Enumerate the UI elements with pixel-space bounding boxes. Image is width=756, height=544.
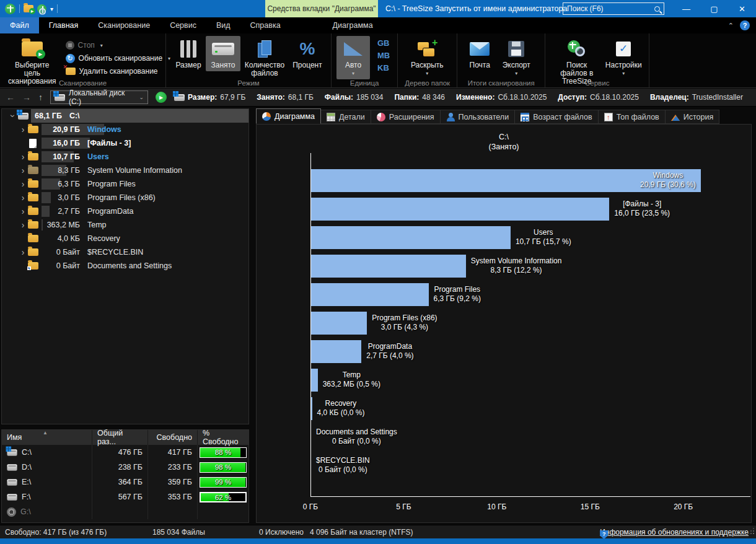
tree-row[interactable]: ›2,7 ГБProgramData <box>2 204 248 218</box>
drive-row[interactable]: G:\ <box>2 504 248 519</box>
view-tab-Возраст файлов[interactable]: Возраст файлов <box>515 110 598 124</box>
mode-size-button[interactable]: Размер <box>171 36 206 71</box>
options-button[interactable]: Настройки ▾ <box>603 36 644 79</box>
chart-bar[interactable] <box>311 198 609 221</box>
view-tab-Топ файлов[interactable]: Топ файлов <box>599 110 666 124</box>
header-name[interactable]: Имя▲ <box>2 430 92 445</box>
unit-auto-button[interactable]: Авто ▾ <box>336 36 370 79</box>
drive-row[interactable]: D:\238 ГБ233 ГБ98 % <box>2 460 248 475</box>
minimize-button[interactable]: — <box>672 0 700 17</box>
unit-gb-button[interactable]: GB <box>375 37 392 49</box>
expand-chevron-icon[interactable]: › <box>18 179 28 189</box>
drive-total-size <box>92 504 148 519</box>
tab-tools[interactable]: Сервис <box>160 17 206 33</box>
tree-row[interactable]: ›8,3 ГБSystem Volume Information <box>2 164 248 177</box>
view-tab-Расширения[interactable]: Расширения <box>371 110 441 124</box>
tree-row[interactable]: ›3,0 ГБProgram Files (x86) <box>2 191 248 204</box>
drive-row[interactable]: F:\567 ГБ353 ГБ62 % <box>2 489 248 504</box>
refresh-scan-button[interactable]: ↻ Обновить сканирование ▾ <box>66 53 170 64</box>
unit-kb-button[interactable]: KB <box>375 62 392 74</box>
up-arrow-icon[interactable]: ↑ <box>38 92 43 102</box>
header-total-size[interactable]: Общий раз... <box>92 430 148 445</box>
help-icon[interactable]: ? <box>740 20 750 30</box>
top-files-icon <box>604 113 613 121</box>
tab-scan[interactable]: Сканирование <box>88 17 160 33</box>
bar-value: 2,7 ГБ (4,0 %) <box>366 351 413 361</box>
bar-label: Program Files (x86)3,0 ГБ (4,3 %) <box>372 314 437 332</box>
maximize-button[interactable]: ▢ <box>700 0 728 17</box>
tab-help[interactable]: Справка <box>240 17 291 33</box>
view-tab-Пользователи[interactable]: Пользователи <box>441 110 516 124</box>
chart-bar[interactable] <box>311 312 367 335</box>
drive-name: C:\ <box>22 448 32 457</box>
start-scan-icon[interactable]: ▶ <box>156 92 167 103</box>
remove-scan-button[interactable]: Удалить сканирование <box>66 66 170 77</box>
chart-bar[interactable] <box>311 283 429 306</box>
mode-file-count-button[interactable]: Количество файлов <box>240 36 289 79</box>
tree-row[interactable]: 4,0 КБRecovery <box>2 232 248 245</box>
resize-grip[interactable] <box>748 528 754 534</box>
view-tab-Детали[interactable]: Детали <box>321 110 371 124</box>
drive-row[interactable]: C:\476 ГБ417 ГБ88 % <box>2 445 248 460</box>
drive-c-icon <box>18 113 29 120</box>
mode-percent-button[interactable]: % Процент <box>289 36 326 71</box>
header-free[interactable]: Свободно <box>148 430 198 445</box>
expand-chevron-icon[interactable]: › <box>18 152 28 162</box>
button-label: Процент <box>292 61 322 69</box>
bar-label: Users10,7 ГБ (15,7 %) <box>516 228 571 247</box>
collapse-ribbon-icon[interactable]: ⌃ <box>728 22 734 30</box>
expand-chevron-icon[interactable]: › <box>18 193 28 203</box>
expand-chevron-icon[interactable]: › <box>18 220 28 230</box>
treesize-search-icon[interactable] <box>37 4 46 14</box>
tree-row[interactable]: 16,0 ГБ[Файлы - 3] <box>2 136 248 150</box>
axis-tick-label: 15 ГБ <box>581 502 600 511</box>
tree-row[interactable]: ›10,7 ГБUsers <box>2 150 248 164</box>
qat-dropdown-icon[interactable]: ▾ <box>50 6 53 12</box>
tab-home[interactable]: Главная <box>39 17 89 33</box>
stop-button[interactable]: Стоп ▾ <box>66 40 170 51</box>
back-arrow-icon[interactable]: ← <box>6 92 15 102</box>
drive-row[interactable]: E:\364 ГБ359 ГБ99 % <box>2 475 248 489</box>
chart-bar[interactable] <box>311 340 361 363</box>
mail-button[interactable]: Почта <box>462 36 497 71</box>
forward-arrow-icon[interactable]: → <box>22 92 31 102</box>
tree-row[interactable]: ›0 Байт$RECYCLE.BIN <box>2 245 248 259</box>
unit-mb-button[interactable]: MB <box>375 50 392 61</box>
search-input[interactable]: Поиск (F6) <box>563 2 664 15</box>
expand-chevron-icon[interactable]: › <box>18 247 28 257</box>
tab-view[interactable]: Вид <box>206 17 240 33</box>
expand-button[interactable]: + Раскрыть ▾ <box>403 36 451 79</box>
group-label: Итоги сканирования <box>457 79 545 87</box>
chart-bar[interactable] <box>311 397 312 420</box>
mode-allocated-button[interactable]: Занято <box>206 36 240 71</box>
tree-row[interactable]: ›6,3 ГБProgram Files <box>2 177 248 191</box>
bar-value: 0 Байт (0,0 %) <box>316 437 397 446</box>
chart-bar[interactable]: Windows20,9 ГБ (30,6 %) <box>311 169 701 192</box>
export-button[interactable]: Экспорт ▾ <box>497 36 535 79</box>
close-button[interactable]: ✕ <box>728 0 756 17</box>
button-label: Стоп <box>78 41 95 50</box>
tab-file[interactable]: Файл <box>0 17 39 33</box>
scan-stat: Владелец:TrustedInstaller <box>650 93 743 102</box>
chart-bar[interactable] <box>311 369 318 392</box>
expand-chevron-icon[interactable]: › <box>18 125 28 134</box>
chart-subtitle: (Занято) <box>257 142 751 152</box>
tab-chart[interactable]: Диаграмма <box>323 17 383 33</box>
scan-folder-icon[interactable] <box>24 5 33 12</box>
path-combobox[interactable]: Локальный диск (C:) ⌄ <box>50 90 148 104</box>
status-cluster-size: 4 096 Байт на кластер (NTFS) <box>310 528 413 537</box>
header-free-percent[interactable]: % Свободно <box>198 430 248 445</box>
expand-chevron-icon[interactable]: › <box>18 165 28 175</box>
expand-chevron-icon[interactable]: › <box>18 206 28 216</box>
view-tab-История[interactable]: История <box>666 110 719 124</box>
tree-row[interactable]: ›20,9 ГБWindows <box>2 123 248 136</box>
chart-bar[interactable] <box>311 255 466 278</box>
chart-bar[interactable] <box>311 226 511 249</box>
tree-row[interactable]: ›363,2 МБTemp <box>2 218 248 232</box>
percent-icon: % <box>300 40 315 58</box>
update-info-link[interactable]: Информация об обновлениях и поддержке <box>600 528 749 537</box>
bar-label: [Файлы - 3]16,0 ГБ (23,5 %) <box>614 200 670 218</box>
tree-row[interactable]: 0 БайтDocuments and Settings <box>2 259 248 273</box>
tree-row-root[interactable]: › 68,1 ГБ C:\ <box>2 109 248 123</box>
view-tab-Диаграмма[interactable]: Диаграмма <box>256 108 321 124</box>
